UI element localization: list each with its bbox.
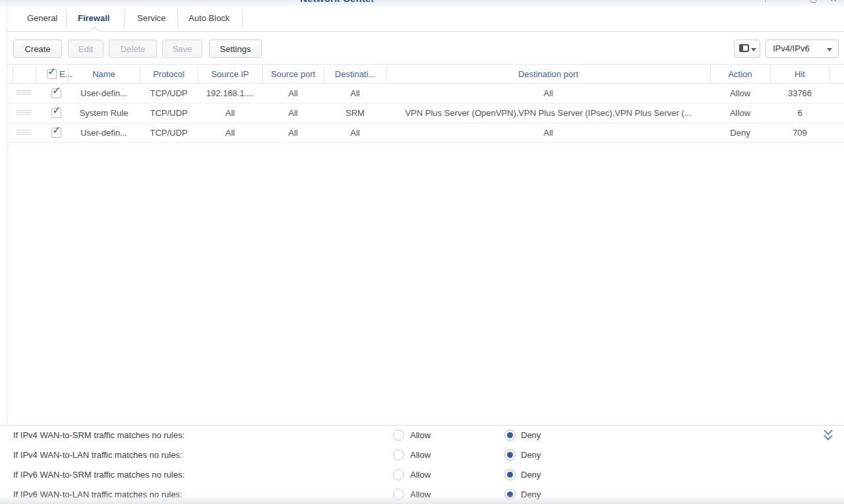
- cell-destination-port: All: [386, 123, 710, 142]
- policy-row-ipv4-wan-to-lan: If IPv4 WAN-to-LAN traffic matches no ru…: [0, 445, 844, 465]
- deny-radio[interactable]: [504, 489, 516, 500]
- ip-version-dropdown[interactable]: IPv4/IPv6: [766, 40, 839, 58]
- column-header-source-port[interactable]: Source port: [262, 65, 324, 84]
- cell-destination: All: [324, 123, 386, 142]
- cell-action: Deny: [710, 123, 770, 142]
- cell-name: User-defin...: [68, 123, 140, 142]
- drag-handle-icon[interactable]: [16, 90, 31, 97]
- allow-radio[interactable]: [393, 430, 404, 441]
- column-header-destination[interactable]: Destinati...: [324, 65, 386, 84]
- cell-protocol: TCP/UDP: [140, 123, 198, 142]
- cell-source-port: All: [262, 123, 324, 142]
- save-button[interactable]: Save: [162, 40, 202, 58]
- window-titlebar: Network Center ? ─ ▢ ✕: [0, 0, 844, 6]
- cell-source-port: All: [262, 84, 324, 103]
- cell-name: User-defin...: [68, 84, 140, 103]
- minimize-icon[interactable]: ─: [785, 0, 795, 4]
- rule-enabled-checkbox[interactable]: ✓: [51, 88, 61, 98]
- policy-row-ipv6-wan-to-lan: If IPv6 WAN-to-LAN traffic matches no ru…: [0, 485, 844, 504]
- tab-auto-block[interactable]: Auto Block: [189, 6, 229, 31]
- cell-name: System Rule: [68, 103, 140, 123]
- deny-radio[interactable]: [504, 449, 516, 461]
- cell-protocol: TCP/UDP: [140, 84, 198, 103]
- deny-radio-label[interactable]: Deny: [521, 445, 541, 465]
- allow-radio-label[interactable]: Allow: [410, 465, 431, 485]
- column-header-hit[interactable]: Hit: [770, 65, 829, 84]
- cell-destination-port: VPN Plus Server (OpenVPN),VPN Plus Serve…: [386, 103, 710, 123]
- cell-protocol: TCP/UDP: [140, 103, 198, 123]
- cell-source-ip: All: [198, 123, 262, 142]
- deny-radio-label[interactable]: Deny: [521, 465, 541, 485]
- layout-columns-icon: [739, 44, 749, 52]
- policy-label: If IPv4 WAN-to-SRM traffic matches no ru…: [13, 426, 185, 445]
- tab-separator: [242, 9, 243, 28]
- allow-radio-label[interactable]: Allow: [410, 485, 431, 504]
- cell-hit: 33766: [770, 84, 829, 103]
- cell-hit: 6: [770, 103, 829, 123]
- allow-radio[interactable]: [393, 469, 404, 480]
- close-icon[interactable]: ✕: [828, 0, 839, 4]
- policy-label: If IPv6 WAN-to-SRM traffic matches no ru…: [13, 465, 185, 485]
- column-header-protocol[interactable]: Protocol: [140, 65, 198, 84]
- cell-destination-port: All: [386, 84, 710, 103]
- chevron-down-icon: [827, 48, 832, 51]
- deny-radio-label[interactable]: Deny: [521, 485, 541, 504]
- network-center-window: Network Center ? ─ ▢ ✕ General Firewall …: [0, 0, 844, 504]
- column-header-name[interactable]: Name: [68, 65, 140, 84]
- tab-separator: [177, 9, 178, 28]
- allow-radio-label[interactable]: Allow: [410, 426, 431, 445]
- tab-separator: [66, 9, 67, 28]
- select-all-checkbox[interactable]: ✓: [47, 69, 57, 79]
- tab-service[interactable]: Service: [137, 6, 166, 31]
- column-header-action[interactable]: Action: [710, 65, 770, 84]
- tab-separator: [124, 9, 125, 28]
- column-header-source-ip[interactable]: Source IP: [198, 65, 262, 84]
- delete-button[interactable]: Delete: [109, 40, 157, 58]
- cell-destination: SRM: [324, 103, 386, 123]
- deny-radio-label[interactable]: Deny: [521, 426, 541, 445]
- allow-radio-label[interactable]: Allow: [410, 445, 431, 465]
- cell-destination: All: [324, 84, 386, 103]
- cell-source-ip: 192.168.1....: [198, 84, 262, 103]
- window-title: Network Center: [300, 0, 375, 4]
- table-row[interactable]: ✓ User-defin... TCP/UDP 192.168.1.... Al…: [7, 84, 844, 103]
- cell-action: Allow: [710, 103, 770, 123]
- column-header-destination-port[interactable]: Destination port: [386, 65, 710, 84]
- checkmark-icon: ✓: [52, 104, 61, 117]
- rule-enabled-checkbox[interactable]: ✓: [51, 108, 61, 118]
- cell-source-port: All: [262, 103, 324, 123]
- checkmark-icon: ✓: [47, 65, 56, 78]
- checkmark-icon: ✓: [52, 124, 61, 136]
- cell-action: Allow: [710, 84, 770, 103]
- policy-label: If IPv4 WAN-to-LAN traffic matches no ru…: [13, 445, 182, 465]
- drag-handle-icon[interactable]: [16, 130, 31, 136]
- table-header: ✓ E... Name Protocol Source IP Source po…: [7, 64, 844, 84]
- column-picker-button[interactable]: [734, 40, 760, 58]
- policy-row-ipv4-wan-to-srm: If IPv4 WAN-to-SRM traffic matches no ru…: [0, 426, 844, 445]
- ip-version-value: IPv4/IPv6: [773, 40, 810, 57]
- tab-general[interactable]: General: [27, 6, 57, 31]
- deny-radio[interactable]: [504, 469, 516, 480]
- rule-enabled-checkbox[interactable]: ✓: [51, 128, 61, 138]
- checkmark-icon: ✓: [52, 84, 61, 97]
- cell-source-ip: All: [198, 103, 262, 123]
- policy-label: If IPv6 WAN-to-LAN traffic matches no ru…: [13, 485, 182, 504]
- cell-hit: 709: [770, 123, 829, 142]
- table-row[interactable]: ✓ System Rule TCP/UDP All All SRM VPN Pl…: [7, 103, 844, 123]
- allow-radio[interactable]: [393, 449, 404, 461]
- default-policy-panel: If IPv4 WAN-to-SRM traffic matches no ru…: [0, 425, 844, 504]
- allow-radio[interactable]: [393, 489, 404, 500]
- tab-bar: General Firewall Service Auto Block: [7, 6, 844, 32]
- settings-button[interactable]: Settings: [209, 40, 262, 58]
- edit-button[interactable]: Edit: [68, 40, 104, 58]
- drag-handle-icon[interactable]: [16, 110, 31, 117]
- create-button[interactable]: Create: [13, 40, 62, 58]
- help-icon[interactable]: ?: [760, 0, 771, 4]
- maximize-icon[interactable]: ▢: [808, 0, 819, 3]
- policy-row-ipv6-wan-to-srm: If IPv6 WAN-to-SRM traffic matches no ru…: [0, 465, 844, 485]
- chevron-down-icon: [751, 48, 756, 51]
- table-row[interactable]: ✓ User-defin... TCP/UDP All All All All …: [7, 123, 844, 143]
- deny-radio[interactable]: [504, 430, 516, 441]
